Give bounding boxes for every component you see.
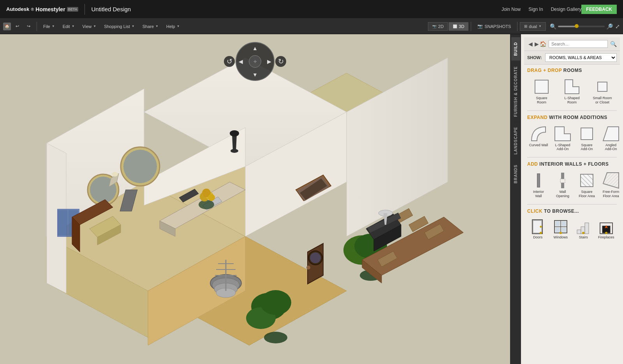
click-label: CLICK [527,208,542,214]
doors-label: Doors [533,235,542,240]
svg-point-15 [123,150,157,183]
file-menu[interactable]: File ▼ [40,23,58,30]
shopping-list-menu[interactable]: Shopping List ▼ [101,23,138,30]
l-shaped-room-item[interactable]: L-ShapedRoom [558,76,586,107]
fireplaces-browse-item[interactable]: Fireplaces [596,217,617,242]
svg-rect-74 [561,173,564,179]
rotate-left-button[interactable]: ↺ [224,56,235,67]
svg-rect-87 [561,221,566,226]
nav-up-arrow[interactable]: ▲ [252,45,258,51]
show-dropdown[interactable]: ROOMS, WALLS & AREAS FURNITURE ALL [545,53,617,62]
home-icon[interactable]: 🏠 [3,23,11,30]
panel-search-button[interactable]: 🔍 [610,40,617,48]
landscape-tab[interactable]: LANDSCAPE [511,122,520,159]
edit-menu[interactable]: Edit ▼ [60,23,78,30]
small-room-label: Small Roomor Closet [593,96,612,105]
expand-additions-title: EXPAND WITH ROOM ADDITIONS [524,112,620,122]
nav-right-arrow[interactable]: ▶ [267,58,271,65]
svg-marker-72 [555,127,570,141]
panel-search-input[interactable] [549,40,608,48]
stairs-label: Stairs [579,235,588,240]
dual-button[interactable]: ⊞ dual ▼ [520,22,546,31]
svg-rect-76 [560,179,565,183]
interior-wall-item[interactable]: InteriorWall [527,170,550,200]
brands-tab[interactable]: BRANDS [511,160,520,188]
doors-browse-item[interactable]: Doors [527,217,549,242]
square-floor-item[interactable]: SquareFloor Area [575,170,598,200]
panel-home-button[interactable]: 🏠 [540,40,546,48]
view-menu[interactable]: View ▼ [79,23,100,30]
zoom-out-icon[interactable]: 🔍 [550,23,556,30]
rooms-label: ROOMS [563,68,582,73]
rotate-right-button[interactable]: ↻ [275,56,286,67]
svg-marker-73 [603,127,619,141]
3d-mode-button[interactable]: ⬜ 3D [449,22,468,31]
stairs-browse-item[interactable]: Stairs [573,217,594,242]
svg-point-82 [540,232,542,234]
to-browse-label: TO BROWSE... [544,208,579,214]
furnish-tab[interactable]: FURNISH & DECORATE [511,61,520,122]
square-addon-item[interactable]: SquareAdd-On [575,123,598,154]
windows-label: Windows [553,235,568,240]
join-now-link[interactable]: Join Now [502,7,521,12]
square-room-item[interactable]: SquareRoom [527,76,556,107]
navigation-ring[interactable]: ▲ ▼ ◀ ▶ ✛ [236,42,275,81]
l-shaped-addon-item[interactable]: L-ShapedAdd-On [551,123,574,154]
logo-divider [84,4,85,15]
sign-in-link[interactable]: Sign In [528,7,543,12]
show-label: SHOW: [527,55,542,60]
windows-browse-icon [553,219,568,234]
svg-marker-58 [232,135,237,151]
stairs-browse-icon [575,219,591,234]
panel-back-button[interactable]: ◀ [527,40,533,48]
zoom-handle[interactable] [575,24,579,28]
svg-rect-91 [577,230,581,234]
design-gallery-link[interactable]: Design Gallery [551,7,582,12]
svg-point-81 [540,226,542,228]
toolbar: 🏠 ↩ ↪ File ▼ Edit ▼ View ▼ Shopping List… [0,19,623,34]
freeform-floor-item[interactable]: Free-FormFloor Area [600,170,622,200]
share-menu[interactable]: Share ▼ [139,23,162,30]
undo-button[interactable]: ↩ [12,22,22,30]
l-shaped-room-icon [562,78,582,95]
freeform-floor-icon [601,172,621,189]
nav-center-button[interactable]: ✛ [249,55,261,68]
feedback-button[interactable]: FEEDBACK [581,5,617,14]
svg-point-64 [208,194,215,201]
wall-opening-label: WallOpening [556,190,569,198]
angled-addon-item[interactable]: AngledAdd-On [600,123,622,154]
l-shaped-addon-label: L-ShapedAdd-On [555,143,570,152]
build-tab[interactable]: BUILD [511,37,520,61]
canvas-area[interactable]: ↺ ▲ ▼ ◀ ▶ ✛ ↻ [0,34,510,364]
zoom-slider[interactable] [558,26,605,27]
svg-point-90 [560,232,562,234]
windows-browse-item[interactable]: Windows [550,217,572,242]
divider-2 [527,157,617,158]
panel-forward-button[interactable]: ▶ [533,40,540,48]
svg-point-60 [199,200,214,209]
expand-icon[interactable]: ⤢ [615,23,620,30]
additions-grid: Curved Wall L-ShapedAdd-On SquareAdd-On [524,122,620,157]
wall-opening-item[interactable]: WallOpening [551,170,574,200]
curved-wall-label: Curved Wall [529,143,548,147]
view-mode-group: 📷 2D ⬜ 3D 📷 SNAPSHOTS ⊞ dual ▼ 🔍 🔎 ⤢ [428,22,620,31]
svg-point-94 [582,232,584,234]
help-menu[interactable]: Help ▼ [163,23,183,30]
nav-down-arrow[interactable]: ▼ [252,72,258,78]
divider-1 [527,110,617,111]
small-room-item[interactable]: Small Roomor Closet [588,76,617,107]
snapshots-button[interactable]: 📷 SNAPSHOTS [473,22,515,30]
svg-rect-86 [555,221,560,226]
svg-rect-93 [585,223,589,234]
panel-navigation: ◀ ▶ 🏠 🔍 [524,37,620,51]
redo-button[interactable]: ↪ [24,22,33,30]
curved-wall-item[interactable]: Curved Wall [527,123,550,154]
nav-left-arrow[interactable]: ◀ [239,58,243,65]
zoom-in-icon[interactable]: 🔎 [606,23,613,30]
divider-3 [527,204,617,205]
svg-point-59 [230,130,239,136]
2d-mode-button[interactable]: 📷 2D [428,22,448,31]
drag-drop-label: DRAG + DROP [527,68,562,73]
square-floor-label: SquareFloor Area [579,190,595,198]
svg-marker-77 [603,173,619,188]
